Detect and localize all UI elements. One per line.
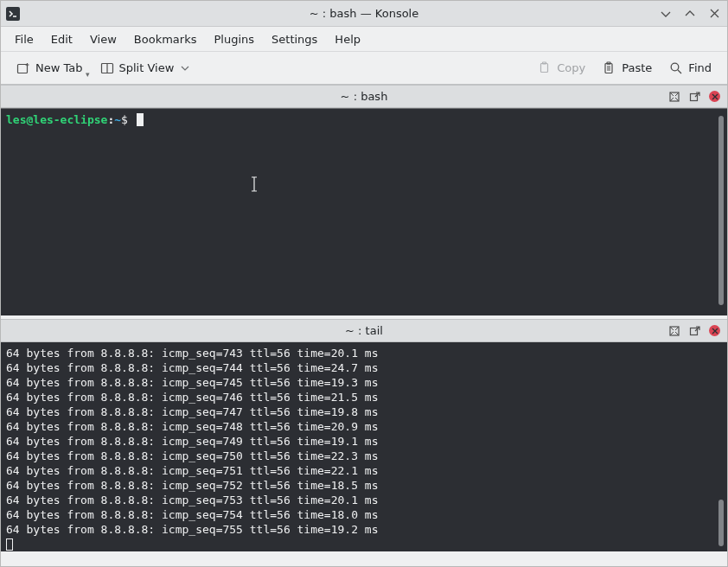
- maximize-pane-icon[interactable]: [667, 90, 681, 104]
- output-line: 64 bytes from 8.8.8.8: icmp_seq=751 ttl=…: [6, 463, 722, 478]
- top-pane-tab[interactable]: ~ : bash: [1, 85, 727, 108]
- split-view-icon: [100, 61, 114, 75]
- output-line: 64 bytes from 8.8.8.8: icmp_seq=750 ttl=…: [6, 449, 722, 463]
- find-label: Find: [688, 61, 712, 74]
- bottom-terminal-scrollbar[interactable]: [718, 500, 724, 546]
- output-line: 64 bytes from 8.8.8.8: icmp_seq=749 ttl=…: [6, 434, 722, 449]
- copy-icon: [538, 61, 552, 75]
- top-terminal[interactable]: les@les-eclipse:~$: [1, 108, 727, 315]
- svg-rect-14: [691, 93, 698, 100]
- close-button[interactable]: [706, 6, 722, 22]
- bottom-pane-tab[interactable]: ~ : tail: [1, 319, 727, 342]
- bottom-pane-title: ~ : tail: [345, 324, 383, 337]
- prompt-path: ~: [114, 113, 121, 126]
- maximize-button[interactable]: [682, 6, 698, 22]
- terminal-output: 64 bytes from 8.8.8.8: icmp_seq=743 ttl=…: [6, 346, 722, 537]
- bottom-pane-tools: [667, 324, 727, 338]
- prompt-symbol: $: [121, 113, 128, 126]
- top-pane-tools: [667, 90, 727, 104]
- search-icon: [669, 61, 683, 75]
- find-button[interactable]: Find: [662, 58, 718, 79]
- menu-help[interactable]: Help: [326, 29, 369, 49]
- maximize-pane-icon[interactable]: [667, 324, 681, 338]
- output-line: 64 bytes from 8.8.8.8: icmp_seq=748 ttl=…: [6, 419, 722, 434]
- chevron-down-icon: [181, 64, 189, 73]
- text-cursor-icon: [137, 113, 144, 126]
- prompt-host: les-eclipse: [33, 113, 107, 126]
- svg-rect-16: [691, 328, 698, 334]
- app-icon: [6, 7, 20, 21]
- top-pane-title: ~ : bash: [341, 90, 388, 103]
- output-line: 64 bytes from 8.8.8.8: icmp_seq=745 ttl=…: [6, 375, 722, 390]
- output-line: 64 bytes from 8.8.8.8: icmp_seq=743 ttl=…: [6, 346, 722, 360]
- output-line: 64 bytes from 8.8.8.8: icmp_seq=746 ttl=…: [6, 390, 722, 405]
- split-view-button[interactable]: Split View: [93, 58, 197, 79]
- paste-button[interactable]: Paste: [596, 58, 659, 79]
- copy-button[interactable]: Copy: [531, 58, 592, 79]
- toolbar: New Tab ▾ Split View Copy Paste Find: [1, 52, 727, 85]
- close-pane-button[interactable]: [709, 91, 720, 102]
- svg-point-11: [672, 63, 680, 71]
- menu-settings[interactable]: Settings: [263, 29, 326, 49]
- titlebar: ~ : bash — Konsole: [1, 1, 727, 27]
- minimize-button[interactable]: [658, 6, 674, 22]
- prompt-user: les: [6, 113, 26, 126]
- menu-edit[interactable]: Edit: [42, 29, 81, 49]
- output-line: 64 bytes from 8.8.8.8: icmp_seq=752 ttl=…: [6, 478, 722, 493]
- prompt-line: les@les-eclipse:~$: [6, 112, 722, 127]
- paste-label: Paste: [622, 61, 652, 74]
- bottom-terminal[interactable]: 64 bytes from 8.8.8.8: icmp_seq=743 ttl=…: [1, 342, 727, 551]
- output-line: 64 bytes from 8.8.8.8: icmp_seq=747 ttl=…: [6, 405, 722, 419]
- text-cursor-icon: [6, 538, 13, 551]
- output-line: 64 bytes from 8.8.8.8: icmp_seq=753 ttl=…: [6, 493, 722, 507]
- detach-pane-icon[interactable]: [688, 90, 702, 104]
- menu-plugins[interactable]: Plugins: [205, 29, 263, 49]
- chevron-down-icon: ▾: [86, 70, 90, 79]
- output-line: 64 bytes from 8.8.8.8: icmp_seq=754 ttl=…: [6, 507, 722, 522]
- menubar: File Edit View Bookmarks Plugins Setting…: [1, 27, 727, 52]
- output-line: 64 bytes from 8.8.8.8: icmp_seq=744 ttl=…: [6, 360, 722, 375]
- new-tab-button[interactable]: New Tab ▾: [10, 58, 90, 79]
- svg-line-12: [678, 70, 681, 73]
- cursor-line: [6, 537, 722, 551]
- split-view-label: Split View: [119, 61, 175, 74]
- top-terminal-scrollbar[interactable]: [718, 116, 724, 305]
- svg-rect-4: [541, 63, 548, 72]
- new-tab-label: New Tab: [35, 61, 83, 74]
- ibeam-cursor-icon: [250, 176, 259, 192]
- menu-file[interactable]: File: [6, 29, 42, 49]
- menu-view[interactable]: View: [81, 29, 125, 49]
- new-tab-icon: [16, 61, 30, 75]
- close-pane-button[interactable]: [709, 325, 720, 336]
- window-title: ~ : bash — Konsole: [310, 7, 418, 20]
- copy-label: Copy: [557, 61, 585, 74]
- svg-rect-1: [18, 64, 28, 73]
- output-line: 64 bytes from 8.8.8.8: icmp_seq=755 ttl=…: [6, 522, 722, 537]
- window-controls: [658, 6, 722, 22]
- menu-bookmarks[interactable]: Bookmarks: [125, 29, 206, 49]
- detach-pane-icon[interactable]: [688, 324, 702, 338]
- paste-icon: [603, 61, 616, 75]
